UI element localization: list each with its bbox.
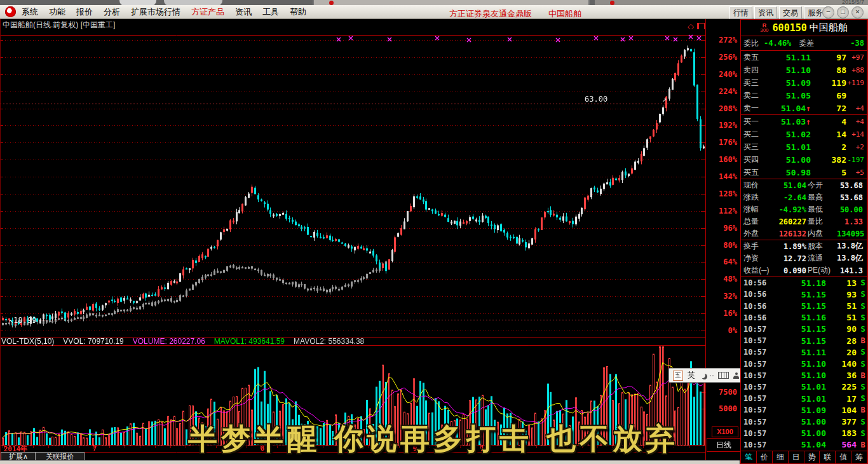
menu-item-7[interactable]: 资讯: [235, 6, 252, 18]
quick-button-3[interactable]: 交易: [779, 6, 802, 19]
level-label: 卖四: [743, 65, 770, 76]
ask-row: 卖二51.0569: [741, 89, 867, 102]
punctuation-icon[interactable]: [710, 375, 714, 376]
margin-badge: R300: [760, 24, 768, 32]
menu-item-5[interactable]: 扩展市场行情: [131, 6, 180, 18]
tick-volume: 28: [826, 336, 857, 346]
menu-item-3[interactable]: 报价: [76, 6, 93, 18]
tick-volume: 104: [826, 406, 857, 415]
percent-tick: 256%: [707, 53, 737, 62]
bid-row: 买五50.985+5: [741, 166, 867, 179]
expand-button[interactable]: 扩展∧: [1, 452, 36, 461]
ask-row: 卖四51.1088+88: [741, 64, 867, 76]
keyboard-icon[interactable]: [718, 372, 729, 379]
tick-side: B: [857, 336, 868, 345]
tick-side: S: [857, 418, 868, 426]
price-volume-chart[interactable]: [0, 29, 705, 453]
tick-price: 51.15: [773, 290, 826, 299]
info-row: 现价51.04今开53.68: [741, 179, 867, 191]
tick-time: 10:56: [743, 290, 773, 299]
high-price-annotation: 63.00↗: [585, 95, 667, 104]
percent-tick: 160%: [707, 155, 737, 164]
menu-item-8[interactable]: 工具: [262, 6, 279, 18]
app-title-stock: 中国船舶: [548, 8, 581, 20]
tick-price: 51.10: [773, 359, 826, 369]
level-price: 51.00: [770, 155, 811, 165]
panel-tab-联[interactable]: 联: [820, 451, 836, 463]
menu-item-9[interactable]: 帮助: [290, 6, 306, 18]
tick-time: 10:57: [743, 348, 773, 357]
info-label: 量比: [808, 216, 837, 227]
level-label: 买三: [743, 142, 770, 153]
info-row: 涨幅-4.92%最低50.00: [741, 203, 867, 215]
tick-volume: 183: [826, 428, 857, 438]
level-price: 51.01: [770, 142, 811, 152]
tick-price: 51.18: [773, 278, 826, 288]
menu-item-6[interactable]: 方证产品: [191, 6, 224, 18]
window-controls: −□×: [822, 6, 864, 18]
low-price-annotation: ↖18.99: [9, 316, 36, 325]
panel-tab-笔[interactable]: 笔: [741, 451, 757, 463]
tick-volume: 90: [826, 324, 857, 334]
linked-quote-button[interactable]: 关联报价: [35, 452, 85, 461]
user-icon[interactable]: [733, 372, 739, 379]
panel-tab-筹[interactable]: 筹: [851, 451, 867, 463]
ask-row: 卖五51.1197+97: [741, 51, 867, 64]
period-selector[interactable]: 日线: [707, 438, 741, 452]
close-icon[interactable]: ×: [851, 6, 864, 18]
tick-price: 51.15: [773, 301, 826, 311]
tick-price: 51.15: [773, 324, 826, 334]
quick-button-2[interactable]: 资讯: [754, 6, 777, 19]
panel-tab-价[interactable]: 价: [757, 451, 773, 463]
vvol-value: VVOL: 709710.19: [63, 337, 123, 345]
minimize-icon[interactable]: −: [822, 6, 834, 18]
panel-tab-日[interactable]: 日: [789, 451, 804, 463]
app-title: 方正证券泉友通金鼎版: [449, 8, 532, 20]
info-value: 260227: [771, 217, 808, 226]
panel-tabs: 笔价细日势联值筹: [741, 451, 867, 463]
level-diff: +97: [846, 53, 864, 62]
percent-tick: 128%: [707, 189, 737, 198]
tick-row: 10:5751.1528B: [741, 335, 867, 346]
menu-bar-items: 系统功能报价分析扩展市场行情方证产品资讯工具帮助: [22, 5, 306, 19]
bid-queue: 买一51.03↑4+4买二51.0214+14买三51.012+2买四51.00…: [741, 115, 867, 179]
quick-button-1[interactable]: 行情: [729, 6, 752, 19]
info-label: 今开: [808, 180, 837, 191]
restore-icon[interactable]: □: [837, 6, 849, 18]
indicator-name: VOL-TDX(5,10): [1, 337, 54, 345]
ime-english-icon[interactable]: 英: [688, 370, 695, 381]
level-label: 卖五: [743, 52, 770, 63]
tick-row: 10:5751.00377S: [741, 416, 867, 427]
tick-volume: 140: [826, 359, 857, 369]
info-value: 134095: [837, 229, 865, 238]
tick-side: S: [857, 360, 868, 369]
percent-tick: 144%: [707, 172, 737, 181]
bid-row: 买二51.0214+14: [741, 128, 867, 140]
panel-tab-势[interactable]: 势: [804, 451, 820, 463]
weibi-value: -4.46%: [764, 39, 791, 48]
moon-icon[interactable]: [700, 372, 705, 378]
menu-item-2[interactable]: 功能: [49, 6, 65, 18]
info-value: 51.04: [771, 181, 808, 190]
level-label: 卖一: [743, 103, 770, 114]
menu-item-1[interactable]: 系统: [22, 6, 38, 18]
volume-multiplier-badge: X100: [712, 426, 738, 437]
info-value: 53.68: [837, 181, 864, 190]
tick-side: B: [857, 371, 868, 380]
level-price: 51.10: [770, 65, 811, 75]
arrow-up-right-icon: ↗: [662, 95, 667, 104]
tick-time: 10:56: [743, 313, 773, 322]
info-value: 12.72: [771, 254, 808, 263]
arrow-up-icon: ↑: [806, 104, 811, 113]
panel-tab-值[interactable]: 值: [836, 451, 851, 463]
percent-tick: 32%: [707, 292, 737, 301]
menu-item-4[interactable]: 分析: [104, 6, 120, 18]
percent-tick: 0%: [707, 326, 737, 335]
level-volume: 2: [811, 142, 846, 152]
background-window: [595, 0, 868, 5]
tick-row: 10:5651.1593S: [741, 289, 867, 300]
date-tick: 7: [93, 444, 97, 453]
info-label: 内盘: [808, 228, 837, 239]
panel-tab-细[interactable]: 细: [773, 451, 789, 463]
ime-wubi-icon[interactable]: 五: [673, 371, 683, 381]
